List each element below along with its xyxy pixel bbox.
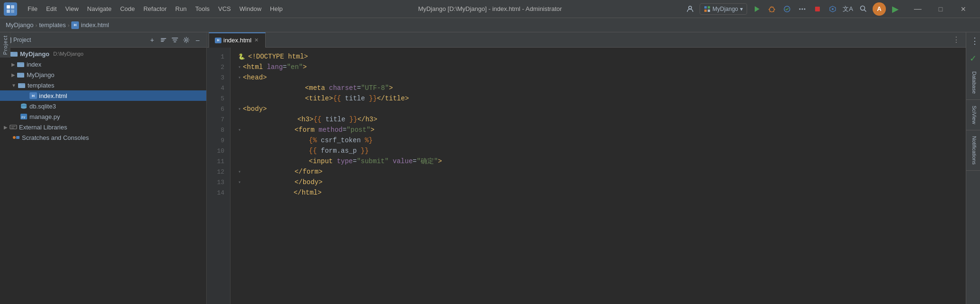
index-chevron: ▶	[11, 62, 15, 67]
project-side-tab[interactable]: Project	[0, 32, 10, 58]
code-content[interactable]: 🐍 <!DOCTYPE html> ▾ <html lang="en"> ▾ <…	[231, 48, 966, 304]
fold-13[interactable]: ▾	[238, 179, 241, 185]
coverage-button[interactable]	[781, 3, 793, 15]
py-file-icon: py	[20, 113, 28, 120]
scratches-label: Scratches and Consoles	[22, 134, 89, 141]
tree-item-mydjango[interactable]: ▶ MyDjango	[0, 69, 206, 80]
debug-button[interactable]	[766, 3, 778, 15]
stop-button[interactable]	[812, 3, 823, 15]
breadcrumb-file[interactable]: H index.html	[71, 21, 109, 29]
line-num-12: 12	[207, 167, 230, 177]
db-file-label: db.sqlite3	[29, 103, 56, 110]
settings-btn[interactable]	[182, 35, 191, 45]
run-config-dropdown[interactable]: MyDjango ▾	[700, 3, 747, 15]
mydjango-folder-icon	[17, 71, 25, 78]
tab-close-btn[interactable]: ✕	[253, 37, 259, 43]
sidebar-header: Project + –	[0, 32, 206, 48]
right-tab-sciview[interactable]: SciView	[966, 100, 980, 130]
translate-icon[interactable]: 文A	[842, 3, 854, 15]
fold-3[interactable]: ▾	[238, 75, 241, 80]
fold-8[interactable]: ▾	[238, 127, 241, 133]
line-num-8: 8	[207, 125, 230, 135]
line-numbers: 1 2 3 4 5 6 7 8 9 10 11 12 13 14	[207, 48, 231, 304]
tab-more-btn[interactable]: ⋮	[949, 35, 964, 44]
root-project-name: MyDjango	[20, 50, 49, 58]
html-file-icon: H	[71, 21, 79, 29]
tree-item-templates[interactable]: ▼ templates	[0, 80, 206, 90]
menu-view[interactable]: View	[61, 3, 82, 14]
right-menu-btn[interactable]: ⋮	[969, 35, 980, 47]
code-line-14: </html>	[238, 187, 966, 198]
tree-item-db[interactable]: db.sqlite3	[0, 101, 206, 111]
svg-point-14	[804, 8, 806, 10]
tree-item-index[interactable]: ▶ index	[0, 59, 206, 69]
index-folder-label: index	[27, 61, 41, 68]
line-num-9: 9	[207, 135, 230, 146]
editor-tabs: H index.html ✕ ⋮	[207, 32, 966, 48]
breadcrumb-folder[interactable]: templates	[39, 21, 66, 29]
breadcrumb-sep2: ›	[68, 22, 70, 28]
fold-12[interactable]: ▾	[238, 169, 241, 175]
tree-item-managepy[interactable]: py manage.py	[0, 111, 206, 122]
svg-rect-5	[704, 6, 707, 9]
svg-point-13	[802, 8, 803, 10]
tree-root[interactable]: ▼ MyDjango D:\MyDjango	[0, 49, 206, 59]
close-sidebar-btn[interactable]: –	[193, 35, 202, 45]
code-line-2: ▾ <html lang="en">	[238, 62, 966, 72]
svg-rect-15	[815, 7, 820, 11]
sidebar-title: Project	[13, 37, 145, 43]
menu-code[interactable]: Code	[116, 3, 139, 14]
extlibs-chevron: ▶	[4, 125, 8, 130]
menu-file[interactable]: File	[24, 3, 41, 14]
user-profile-icon[interactable]	[684, 3, 696, 15]
menu-tools[interactable]: Tools	[192, 3, 213, 14]
svg-point-36	[13, 136, 16, 139]
breadcrumb-project[interactable]: MyDjango	[6, 21, 34, 29]
svg-point-16	[832, 8, 834, 10]
user-avatar[interactable]: A	[873, 2, 886, 16]
status-ok-indicator: ✓	[966, 49, 980, 66]
tree-item-scratches[interactable]: Scratches and Consoles	[0, 132, 206, 143]
menu-help[interactable]: Help	[266, 3, 287, 14]
forward-icon[interactable]: ▶	[890, 3, 901, 15]
svg-point-4	[689, 6, 692, 9]
menu-navigate[interactable]: Navigate	[83, 3, 115, 14]
code-editor[interactable]: 1 2 3 4 5 6 7 8 9 10 11 12 13 14 🐍	[207, 48, 966, 304]
collapse-all-btn[interactable]	[159, 35, 168, 45]
fold-6[interactable]: ▾	[238, 106, 241, 112]
svg-rect-0	[7, 5, 10, 9]
menu-vcs[interactable]: VCS	[214, 3, 235, 14]
menu-edit[interactable]: Edit	[42, 3, 60, 14]
right-tab-database[interactable]: Database	[966, 66, 980, 100]
sort-btn[interactable]	[170, 35, 180, 45]
line-num-5: 5	[207, 93, 230, 104]
tree-item-indexhtml[interactable]: H index.html	[0, 90, 206, 101]
menu-run[interactable]: Run	[172, 3, 191, 14]
main-layout: Project + – ▼ MyDjango D:\MyDjango	[0, 32, 980, 304]
templates-folder-icon	[18, 82, 26, 88]
fold-2[interactable]: ▾	[238, 64, 241, 70]
maximize-button[interactable]: □	[930, 2, 951, 16]
menu-window[interactable]: Window	[236, 3, 265, 14]
html-tree-icon: H	[29, 92, 37, 99]
tree-item-extlibs[interactable]: ▶ External Libraries	[0, 122, 206, 132]
close-button[interactable]: ✕	[952, 2, 974, 16]
managepy-label: manage.py	[29, 113, 60, 120]
search-everywhere-icon[interactable]	[857, 3, 869, 15]
menu-refactor[interactable]: Refactor	[140, 3, 171, 14]
django-logo-1: 🐍	[238, 53, 245, 60]
new-file-btn[interactable]: +	[147, 35, 157, 45]
doctype-tag: <!DOCTYPE html>	[248, 53, 308, 60]
tab-indexhtml[interactable]: H index.html ✕	[209, 32, 266, 48]
svg-rect-8	[708, 10, 710, 12]
minimize-button[interactable]: —	[907, 2, 929, 16]
val-en: "en"	[287, 63, 303, 71]
right-tab-notifications[interactable]: Notifications	[966, 130, 980, 171]
run-config-label: MyDjango	[712, 6, 738, 12]
run-button[interactable]	[751, 3, 762, 15]
build-button[interactable]	[827, 3, 838, 15]
code-line-1: 🐍 <!DOCTYPE html>	[238, 51, 966, 62]
svg-point-12	[799, 8, 801, 10]
more-run-icon[interactable]	[797, 3, 808, 15]
right-panels: ⋮ ✓ Database SciView Notifications	[966, 32, 980, 304]
